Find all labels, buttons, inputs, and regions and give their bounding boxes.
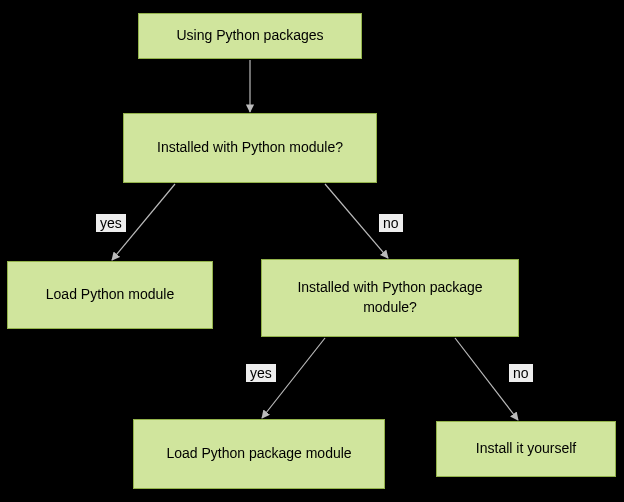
edge-label-q2-no: no: [509, 364, 533, 382]
edge-label-q1-no: no: [379, 214, 403, 232]
node-q1: Installed with Python module?: [123, 113, 377, 183]
node-load-python-module: Load Python module: [7, 261, 213, 329]
flowchart-canvas: Using Python packages Installed with Pyt…: [0, 0, 624, 502]
node-q2: Installed with Python package module?: [261, 259, 519, 337]
node-install-yourself: Install it yourself: [436, 421, 616, 477]
node-load-python-package-module: Load Python package module: [133, 419, 385, 489]
edge-label-q1-yes: yes: [96, 214, 126, 232]
edge-label-q2-yes: yes: [246, 364, 276, 382]
node-root: Using Python packages: [138, 13, 362, 59]
